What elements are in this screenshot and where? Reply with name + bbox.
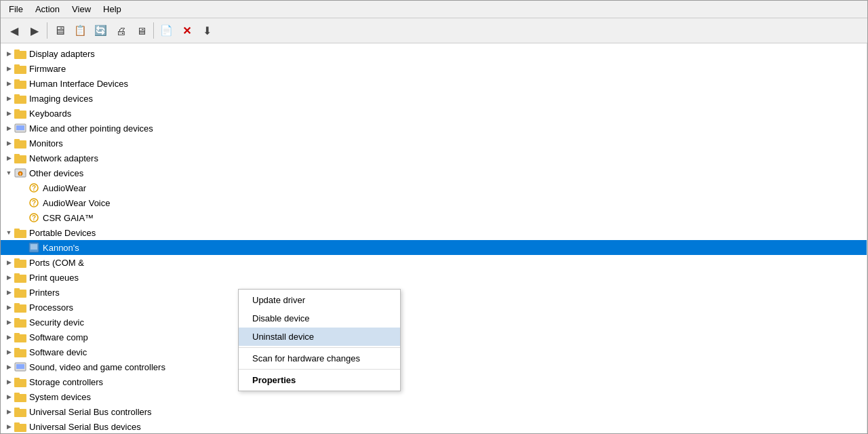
tree-item-storage[interactable]: Storage controllers: [1, 374, 867, 389]
tree-panel[interactable]: Display adaptersFirmwareHuman Interface …: [1, 43, 867, 433]
tree-toggle-software-comp[interactable]: [3, 332, 14, 342]
toolbar-display[interactable]: 🖥: [132, 21, 151, 40]
toolbar-back[interactable]: ◀: [5, 21, 24, 40]
tree-item-ports[interactable]: Ports (COM &: [1, 255, 867, 270]
svg-text:?: ?: [32, 199, 36, 207]
tree-icon-print-queues: [14, 271, 26, 283]
tree-toggle-portable[interactable]: [3, 227, 14, 238]
svg-rect-35: [14, 304, 26, 313]
toolbar-download[interactable]: ⬇: [197, 21, 216, 40]
svg-rect-28: [31, 244, 37, 250]
svg-rect-13: [14, 139, 20, 141]
tree-label-ports: Ports (COM &: [29, 258, 864, 268]
tree-item-system[interactable]: System devices: [1, 389, 867, 404]
tree-icon-audiowear: ?: [28, 182, 40, 194]
menu-file[interactable]: File: [3, 2, 28, 16]
tree-toggle-imaging[interactable]: [3, 93, 14, 104]
tree-label-audiowear: AudioWear: [43, 183, 864, 193]
menubar: File Action View Help: [1, 1, 867, 18]
tree-item-audiowear-voice[interactable]: ?AudioWear Voice: [1, 195, 867, 210]
tree-item-imaging[interactable]: Imaging devices: [1, 91, 867, 106]
toolbar-forward[interactable]: ▶: [25, 21, 44, 40]
tree-item-firmware[interactable]: Firmware: [1, 61, 867, 76]
tree-toggle-usb-controllers[interactable]: [3, 406, 14, 417]
tree-icon-software-comp: [14, 331, 26, 343]
tree-label-storage: Storage controllers: [29, 377, 864, 387]
tree-item-display-adapters[interactable]: Display adapters: [1, 46, 867, 61]
tree-item-software-dev[interactable]: Software devic: [1, 344, 867, 359]
ctx-item-uninstall-device[interactable]: Uninstall device: [239, 328, 400, 346]
tree-toggle-security[interactable]: [3, 317, 14, 328]
svg-rect-38: [14, 318, 20, 320]
tree-item-security[interactable]: Security devic: [1, 315, 867, 330]
tree-item-audiowear[interactable]: ?AudioWear: [1, 180, 867, 195]
svg-rect-46: [14, 378, 20, 380]
tree-item-other-devices[interactable]: !Other devices: [1, 165, 867, 180]
tree-icon-usb-devices: [14, 420, 26, 433]
toolbar-properties[interactable]: 📋: [71, 21, 90, 40]
toolbar-delete[interactable]: ✕: [177, 21, 196, 40]
tree-item-network[interactable]: Network adapters: [1, 151, 867, 165]
tree-toggle-sound[interactable]: [3, 361, 14, 372]
tree-label-network: Network adapters: [29, 153, 864, 163]
toolbar-new[interactable]: 📄: [157, 21, 176, 40]
tree-toggle-keyboards[interactable]: [3, 108, 14, 119]
ctx-item-disable-device[interactable]: Disable device: [239, 309, 400, 328]
toolbar-update[interactable]: 🔄: [91, 21, 110, 40]
tree-toggle-network[interactable]: [3, 153, 14, 163]
tree-label-human-interface: Human Interface Devices: [29, 79, 864, 89]
tree-item-usb-controllers[interactable]: Universal Serial Bus controllers: [1, 404, 867, 419]
tree-icon-imaging: [14, 92, 26, 104]
svg-rect-12: [14, 140, 26, 149]
tree-icon-mice: [14, 122, 26, 134]
tree-toggle-printers[interactable]: [3, 287, 14, 298]
tree-item-mice[interactable]: Mice and other pointing devices: [1, 121, 867, 136]
tree-item-portable[interactable]: Portable Devices: [1, 225, 867, 240]
svg-rect-32: [14, 273, 20, 275]
tree-toggle-monitors[interactable]: [3, 138, 14, 149]
toolbar-computer[interactable]: 🖥: [50, 21, 69, 40]
tree-toggle-firmware[interactable]: [3, 63, 14, 74]
menu-help[interactable]: Help: [98, 2, 127, 16]
tree-item-processors[interactable]: Processors: [1, 300, 867, 315]
tree-toggle-display-adapters[interactable]: [3, 48, 14, 59]
menu-action[interactable]: Action: [30, 2, 65, 16]
tree-item-human-interface[interactable]: Human Interface Devices: [1, 76, 867, 91]
tree-icon-software-dev: [14, 346, 26, 358]
tree-toggle-human-interface[interactable]: [3, 78, 14, 89]
tree-toggle-system[interactable]: [3, 391, 14, 402]
ctx-item-properties[interactable]: Properties: [239, 371, 400, 389]
ctx-item-update-driver[interactable]: Update driver: [239, 291, 400, 309]
tree-icon-system: [14, 391, 26, 403]
tree-item-monitors[interactable]: Monitors: [1, 136, 867, 151]
tree-item-printers[interactable]: Printers: [1, 285, 867, 300]
tree-icon-monitors: [14, 137, 26, 149]
toolbar-print[interactable]: 🖨: [111, 21, 130, 40]
menu-view[interactable]: View: [66, 2, 96, 16]
tree-item-kannons[interactable]: Kannon's: [1, 240, 867, 255]
ctx-item-scan-hardware[interactable]: Scan for hardware changes: [239, 349, 400, 368]
svg-text:?: ?: [32, 214, 36, 222]
tree-toggle-storage[interactable]: [3, 376, 14, 387]
tree-toggle-ports[interactable]: [3, 257, 14, 268]
tree-toggle-software-dev[interactable]: [3, 347, 14, 357]
tree-icon-storage: [14, 376, 26, 388]
tree-toggle-other-devices[interactable]: [3, 167, 14, 178]
tree-item-usb-devices[interactable]: Universal Serial Bus devices: [1, 419, 867, 433]
tree-item-sound[interactable]: Sound, video and game controllers: [1, 359, 867, 374]
tree-item-print-queues[interactable]: Print queues: [1, 270, 867, 285]
tree-toggle-mice[interactable]: [3, 123, 14, 134]
tree-icon-portable: [14, 226, 26, 239]
tree-item-keyboards[interactable]: Keyboards: [1, 106, 867, 121]
tree-label-software-dev: Software devic: [29, 347, 864, 357]
tree-toggle-usb-devices[interactable]: [3, 421, 14, 432]
svg-rect-36: [14, 303, 20, 305]
tree-item-csr-gaia[interactable]: ?CSR GAIA™: [1, 210, 867, 225]
svg-rect-15: [14, 154, 20, 156]
tree-item-software-comp[interactable]: Software comp: [1, 330, 867, 344]
svg-rect-26: [14, 229, 20, 231]
tree-toggle-processors[interactable]: [3, 302, 14, 313]
svg-rect-44: [16, 364, 24, 369]
tree-toggle-print-queues[interactable]: [3, 272, 14, 283]
svg-rect-8: [14, 111, 26, 119]
